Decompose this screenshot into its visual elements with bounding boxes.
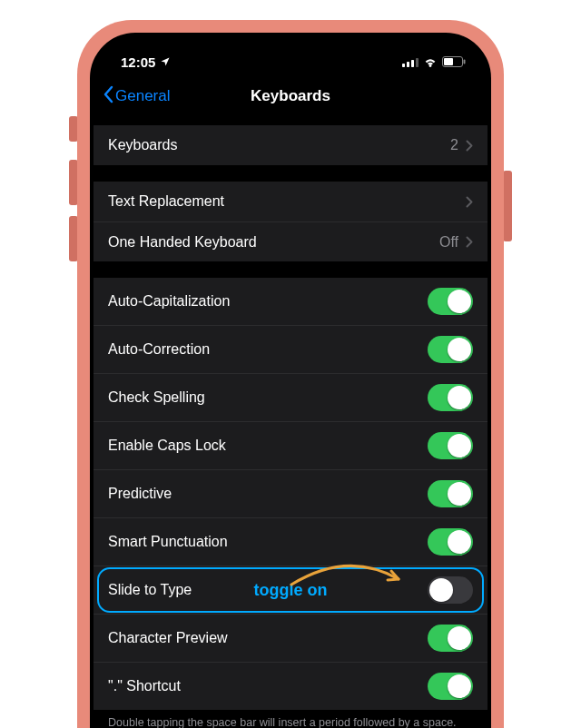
row-label: Enable Caps Lock <box>108 438 226 454</box>
toggle-character-preview[interactable] <box>428 625 473 652</box>
toggle-knob <box>448 434 471 457</box>
screen: 12:05 <box>94 36 487 728</box>
row-shortcut[interactable]: "." Shortcut <box>94 662 487 710</box>
row-check-spelling[interactable]: Check Spelling <box>94 373 487 421</box>
back-button[interactable]: General <box>103 76 170 116</box>
toggle-knob <box>448 386 471 409</box>
section-text-options: Text Replacement One Handed Keyboard Off <box>94 182 487 261</box>
toggle-shortcut[interactable] <box>428 673 473 700</box>
row-keyboards[interactable]: Keyboards 2 <box>94 125 487 165</box>
toggle-knob <box>429 578 453 602</box>
location-arrow-icon <box>160 54 171 70</box>
row-label: Keyboards <box>108 137 178 153</box>
toggle-smart-punctuation[interactable] <box>428 528 473 556</box>
row-label: Smart Punctuation <box>108 534 228 550</box>
notch <box>209 36 372 62</box>
annotation-text: toggle on <box>254 581 328 600</box>
toggle-auto-capitalization[interactable] <box>428 288 473 315</box>
battery-icon <box>442 54 466 70</box>
page-title: Keyboards <box>251 87 330 105</box>
toggle-enable-caps-lock[interactable] <box>428 432 473 459</box>
row-one-handed-keyboard[interactable]: One Handed Keyboard Off <box>94 221 487 261</box>
toggle-knob <box>448 482 471 506</box>
row-label: Character Preview <box>108 630 228 646</box>
chevron-right-icon <box>466 236 473 248</box>
row-label: Check Spelling <box>108 389 205 406</box>
svg-rect-1 <box>407 62 409 67</box>
row-auto-correction[interactable]: Auto-Correction <box>94 325 487 373</box>
toggle-slide-to-type[interactable] <box>428 576 473 604</box>
status-time: 12:05 <box>121 54 155 70</box>
row-label: Slide to Type <box>108 582 192 598</box>
row-value: 2 <box>450 137 458 153</box>
row-value: Off <box>439 234 458 251</box>
row-character-preview[interactable]: Character Preview <box>94 614 487 662</box>
row-smart-punctuation[interactable]: Smart Punctuation <box>94 517 487 566</box>
chevron-left-icon <box>103 85 113 108</box>
row-label: Text Replacement <box>108 193 224 210</box>
svg-rect-0 <box>402 64 405 67</box>
row-label: "." Shortcut <box>108 678 181 694</box>
row-text-replacement[interactable]: Text Replacement <box>94 182 487 221</box>
cell-signal-icon <box>402 54 419 70</box>
back-label: General <box>115 87 170 105</box>
row-predictive[interactable]: Predictive <box>94 469 487 517</box>
nav-bar: General Keyboards <box>94 76 487 116</box>
toggle-knob <box>448 530 471 554</box>
phone-frame: 12:05 <box>77 20 504 728</box>
toggle-predictive[interactable] <box>428 480 473 507</box>
wifi-icon <box>423 54 438 70</box>
svg-rect-5 <box>444 58 453 65</box>
row-auto-capitalization[interactable]: Auto-Capitalization <box>94 278 487 325</box>
svg-rect-6 <box>464 59 466 64</box>
phone-bezel: 12:05 <box>90 33 491 728</box>
toggle-knob <box>448 626 471 650</box>
content[interactable]: Keyboards 2 Text Replacement <box>94 116 487 728</box>
footer-text: Double tapping the space bar will insert… <box>94 710 487 728</box>
chevron-right-icon <box>466 140 473 152</box>
chevron-right-icon <box>466 196 473 208</box>
svg-rect-3 <box>416 58 419 67</box>
section-keyboards: Keyboards 2 <box>94 125 487 165</box>
toggle-knob <box>448 290 471 313</box>
row-label: Auto-Correction <box>108 341 210 358</box>
section-toggles: Auto-CapitalizationAuto-CorrectionCheck … <box>94 278 487 710</box>
svg-rect-2 <box>411 60 414 67</box>
toggle-knob <box>448 338 471 361</box>
row-enable-caps-lock[interactable]: Enable Caps Lock <box>94 421 487 469</box>
row-label: One Handed Keyboard <box>108 234 257 251</box>
toggle-knob <box>448 674 471 698</box>
power-button <box>503 171 512 241</box>
row-label: Auto-Capitalization <box>108 293 230 310</box>
toggle-check-spelling[interactable] <box>428 384 473 411</box>
row-slide-to-type[interactable]: Slide to Typetoggle on <box>94 566 487 614</box>
row-label: Predictive <box>108 486 172 502</box>
toggle-auto-correction[interactable] <box>428 336 473 363</box>
